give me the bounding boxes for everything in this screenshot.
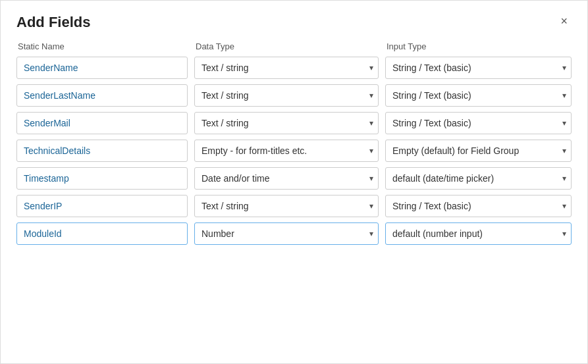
data-type-select[interactable]: Text / stringNumberDate and/or timeEmpty… (194, 222, 379, 245)
static-name-header: Static Name (18, 41, 189, 51)
table-row: Text / stringNumberDate and/or timeEmpty… (16, 222, 572, 245)
data-type-select-wrapper: Text / stringNumberDate and/or timeEmpty… (194, 84, 379, 107)
input-type-select-wrapper: String / Text (basic)default (date/time … (385, 222, 572, 245)
static-name-input[interactable] (16, 112, 188, 134)
input-type-select-wrapper: String / Text (basic)default (date/time … (385, 112, 572, 134)
input-type-select-wrapper: String / Text (basic)default (date/time … (385, 84, 572, 107)
data-type-select-wrapper: Text / stringNumberDate and/or timeEmpty… (194, 140, 379, 162)
table-row: Text / stringNumberDate and/or timeEmpty… (16, 112, 572, 134)
table-row: Text / stringNumberDate and/or timeEmpty… (16, 84, 572, 107)
data-type-select[interactable]: Text / stringNumberDate and/or timeEmpty… (194, 112, 379, 134)
close-button[interactable]: × (556, 14, 572, 28)
data-type-select[interactable]: Text / stringNumberDate and/or timeEmpty… (194, 57, 379, 79)
input-type-select-wrapper: String / Text (basic)default (date/time … (385, 57, 572, 79)
data-type-header: Data Type (196, 41, 380, 51)
data-type-select[interactable]: Text / stringNumberDate and/or timeEmpty… (194, 84, 379, 107)
input-type-select[interactable]: String / Text (basic)default (date/time … (385, 112, 572, 134)
data-type-select[interactable]: Text / stringNumberDate and/or timeEmpty… (194, 140, 379, 162)
data-type-select-wrapper: Text / stringNumberDate and/or timeEmpty… (194, 195, 379, 217)
static-name-input[interactable] (16, 84, 188, 107)
input-type-select-wrapper: String / Text (basic)default (date/time … (385, 195, 572, 217)
data-type-select-wrapper: Text / stringNumberDate and/or timeEmpty… (194, 57, 379, 79)
input-type-select[interactable]: String / Text (basic)default (date/time … (385, 195, 572, 217)
table-row: Text / stringNumberDate and/or timeEmpty… (16, 140, 572, 162)
input-type-select-wrapper: String / Text (basic)default (date/time … (385, 167, 572, 190)
table-row: Text / stringNumberDate and/or timeEmpty… (16, 195, 572, 217)
modal-title: Add Fields (16, 14, 90, 31)
table-row: Text / stringNumberDate and/or timeEmpty… (16, 57, 572, 79)
input-type-select-wrapper: String / Text (basic)default (date/time … (385, 140, 572, 162)
input-type-header: Input Type (387, 41, 570, 51)
data-type-select[interactable]: Text / stringNumberDate and/or timeEmpty… (194, 195, 379, 217)
data-type-select-wrapper: Text / stringNumberDate and/or timeEmpty… (194, 222, 379, 245)
input-type-select[interactable]: String / Text (basic)default (date/time … (385, 140, 572, 162)
column-headers: Static Name Data Type Input Type (16, 41, 572, 51)
add-fields-modal: Add Fields × Static Name Data Type Input… (0, 0, 588, 364)
data-type-select-wrapper: Text / stringNumberDate and/or timeEmpty… (194, 112, 379, 134)
input-type-select[interactable]: String / Text (basic)default (date/time … (385, 222, 572, 245)
static-name-input[interactable] (16, 140, 188, 162)
static-name-input[interactable] (16, 222, 188, 245)
input-type-select[interactable]: String / Text (basic)default (date/time … (385, 84, 572, 107)
modal-header: Add Fields × (16, 14, 572, 31)
table-row: Text / stringNumberDate and/or timeEmpty… (16, 167, 572, 190)
static-name-input[interactable] (16, 195, 188, 217)
static-name-input[interactable] (16, 57, 188, 79)
input-type-select[interactable]: String / Text (basic)default (date/time … (385, 57, 572, 79)
data-type-select-wrapper: Text / stringNumberDate and/or timeEmpty… (194, 167, 379, 190)
static-name-input[interactable] (16, 167, 188, 190)
data-type-select[interactable]: Text / stringNumberDate and/or timeEmpty… (194, 167, 379, 190)
fields-table: Text / stringNumberDate and/or timeEmpty… (16, 57, 572, 245)
input-type-select[interactable]: String / Text (basic)default (date/time … (385, 167, 572, 190)
